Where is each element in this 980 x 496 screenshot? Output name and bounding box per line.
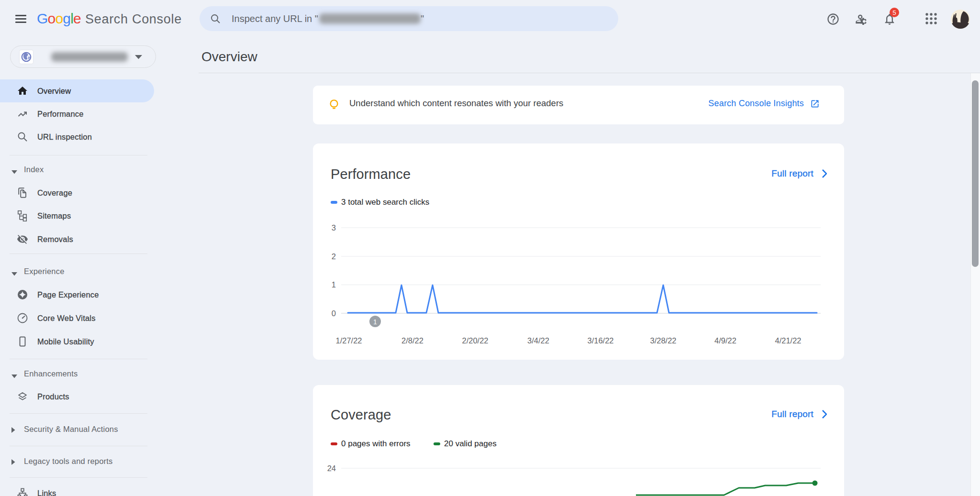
- svg-text:2/20/22: 2/20/22: [462, 336, 488, 345]
- svg-text:3: 3: [332, 223, 336, 232]
- svg-text:3/4/22: 3/4/22: [527, 336, 549, 345]
- svg-text:2/8/22: 2/8/22: [401, 336, 423, 345]
- svg-text:4/21/22: 4/21/22: [775, 336, 801, 345]
- svg-text:3/16/22: 3/16/22: [587, 336, 613, 345]
- svg-text:1/27/22: 1/27/22: [335, 336, 362, 345]
- svg-text:24: 24: [327, 464, 336, 473]
- svg-text:1: 1: [373, 318, 377, 326]
- svg-text:0: 0: [332, 309, 336, 318]
- svg-text:2: 2: [332, 252, 336, 261]
- svg-text:1: 1: [332, 280, 336, 289]
- svg-text:4/9/22: 4/9/22: [714, 336, 736, 345]
- svg-text:3/28/22: 3/28/22: [650, 336, 676, 345]
